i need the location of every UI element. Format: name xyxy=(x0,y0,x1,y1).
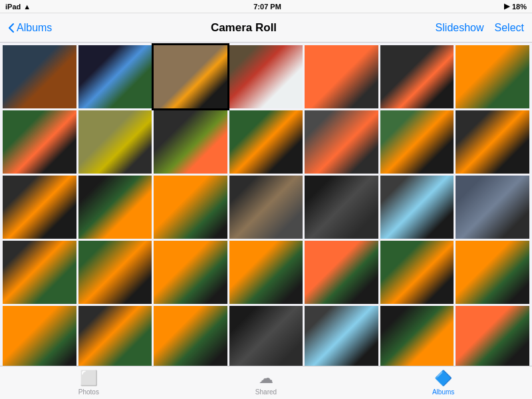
tab-bar: ⬜ Photos ☁ Shared 🔷 Albums xyxy=(0,366,532,399)
tab-shared[interactable]: ☁ Shared xyxy=(239,370,293,396)
photo-thumbnail[interactable] xyxy=(380,306,454,366)
nav-bar: Albums Camera Roll Slideshow Select xyxy=(0,13,532,43)
photo-thumbnail[interactable] xyxy=(456,45,529,108)
photo-thumbnail[interactable] xyxy=(78,306,152,366)
tab-photos-label: Photos xyxy=(78,388,99,396)
photo-thumbnail[interactable] xyxy=(305,241,378,304)
grid-row-1 xyxy=(3,110,529,174)
grid-row-4 xyxy=(3,306,529,366)
grid-row-3 xyxy=(3,241,529,304)
back-button[interactable]: Albums xyxy=(8,22,52,34)
photo-thumbnail[interactable] xyxy=(78,110,152,174)
nav-actions: Slideshow Select xyxy=(436,22,524,34)
tab-albums-label: Albums xyxy=(432,388,454,396)
photo-thumbnail[interactable] xyxy=(380,241,454,304)
status-left: iPad ▲ xyxy=(5,3,31,11)
photo-thumbnail[interactable] xyxy=(154,241,227,304)
photo-thumbnail[interactable] xyxy=(3,110,76,174)
tab-photos[interactable]: ⬜ Photos xyxy=(62,370,115,396)
photos-icon: ⬜ xyxy=(80,370,98,387)
photo-thumbnail[interactable] xyxy=(154,45,227,108)
photo-thumbnail[interactable] xyxy=(380,176,454,239)
page-title: Camera Roll xyxy=(211,21,277,35)
battery-arrow: ▶ xyxy=(504,2,509,11)
photo-thumbnail[interactable] xyxy=(456,241,529,304)
tab-shared-label: Shared xyxy=(255,388,277,396)
photo-thumbnail[interactable] xyxy=(229,306,303,366)
photo-thumbnail[interactable] xyxy=(305,45,378,108)
photo-thumbnail[interactable] xyxy=(78,45,152,108)
photo-thumbnail[interactable] xyxy=(3,306,76,366)
time-label: 7:07 PM xyxy=(253,3,281,11)
photo-thumbnail[interactable] xyxy=(154,110,227,174)
photo-thumbnail[interactable] xyxy=(380,110,454,174)
photo-thumbnail[interactable] xyxy=(305,306,378,366)
slideshow-button[interactable]: Slideshow xyxy=(436,22,484,34)
status-bar: iPad ▲ 7:07 PM ▶ 18% xyxy=(0,0,532,13)
photo-thumbnail[interactable] xyxy=(380,45,454,108)
wifi-icon: ▲ xyxy=(23,3,31,11)
battery-label: 18% xyxy=(512,3,527,11)
albums-icon: 🔷 xyxy=(434,370,452,387)
photo-grid xyxy=(0,43,532,366)
back-label: Albums xyxy=(17,22,52,34)
photo-thumbnail[interactable] xyxy=(305,110,378,174)
select-button[interactable]: Select xyxy=(495,22,524,34)
grid-row-2 xyxy=(3,176,529,239)
photo-thumbnail[interactable] xyxy=(229,110,303,174)
photo-thumbnail[interactable] xyxy=(78,176,152,239)
tab-albums[interactable]: 🔷 Albums xyxy=(417,370,470,396)
photo-thumbnail[interactable] xyxy=(229,241,303,304)
photo-thumbnail[interactable] xyxy=(154,306,227,366)
shared-icon: ☁ xyxy=(259,370,273,387)
photo-thumbnail[interactable] xyxy=(229,176,303,239)
photo-thumbnail[interactable] xyxy=(229,45,303,108)
photo-thumbnail[interactable] xyxy=(154,176,227,239)
status-right: ▶ 18% xyxy=(504,2,527,11)
photo-thumbnail[interactable] xyxy=(305,176,378,239)
photo-thumbnail[interactable] xyxy=(456,176,529,239)
photo-thumbnail[interactable] xyxy=(3,45,76,108)
photo-thumbnail[interactable] xyxy=(456,110,529,174)
grid-row-0 xyxy=(3,45,529,108)
photo-thumbnail[interactable] xyxy=(78,241,152,304)
photo-thumbnail[interactable] xyxy=(456,306,529,366)
photo-thumbnail[interactable] xyxy=(3,241,76,304)
carrier-label: iPad xyxy=(5,3,21,11)
photo-thumbnail[interactable] xyxy=(3,176,76,239)
